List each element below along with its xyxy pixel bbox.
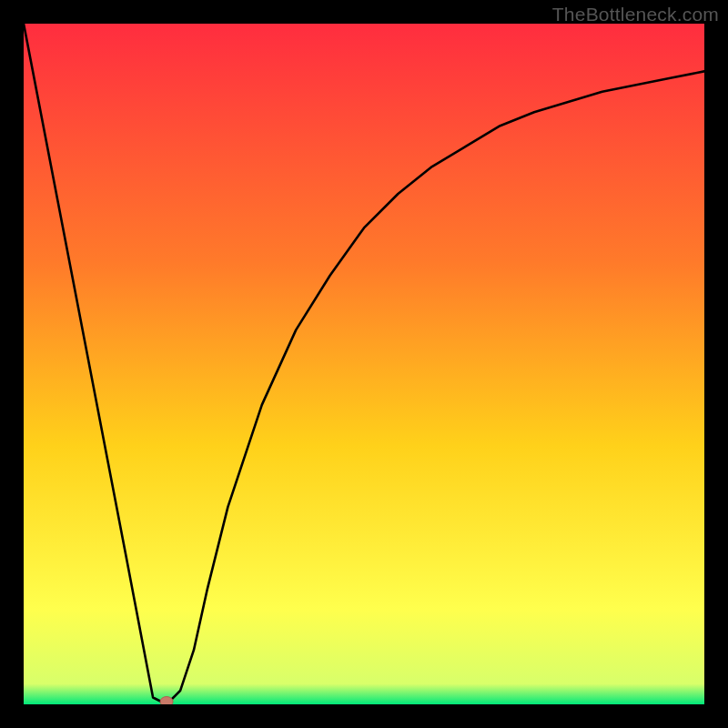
watermark-text: TheBottleneck.com [552,4,719,25]
gradient-background [24,24,704,704]
chart-frame [24,24,704,704]
optimal-point-marker [160,697,173,705]
chart-plot [24,24,704,704]
